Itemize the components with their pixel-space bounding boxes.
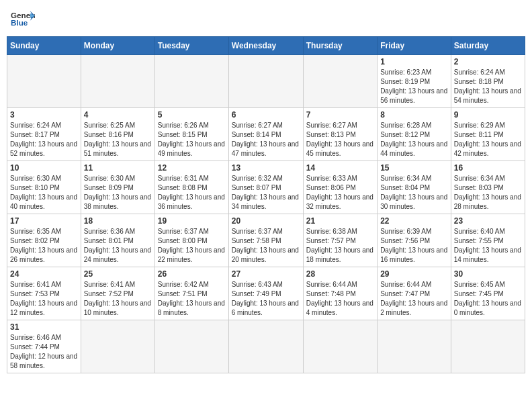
calendar-week-row: 24Sunrise: 6:41 AM Sunset: 7:53 PM Dayli… xyxy=(7,267,525,320)
calendar-cell: 14Sunrise: 6:33 AM Sunset: 8:06 PM Dayli… xyxy=(303,161,377,214)
calendar-cell xyxy=(81,320,154,373)
day-number: 26 xyxy=(158,269,226,279)
day-number: 31 xyxy=(10,322,78,332)
day-number: 4 xyxy=(84,110,152,120)
day-info: Sunrise: 6:37 AM Sunset: 8:00 PM Dayligh… xyxy=(158,227,226,265)
page-header: General Blue xyxy=(7,7,525,31)
day-info: Sunrise: 6:41 AM Sunset: 7:52 PM Dayligh… xyxy=(84,280,152,318)
calendar-table: SundayMondayTuesdayWednesdayThursdayFrid… xyxy=(7,36,525,373)
day-info: Sunrise: 6:44 AM Sunset: 7:47 PM Dayligh… xyxy=(380,280,448,318)
calendar-cell xyxy=(228,320,303,373)
day-info: Sunrise: 6:30 AM Sunset: 8:10 PM Dayligh… xyxy=(10,174,78,212)
calendar-cell xyxy=(378,320,451,373)
calendar-cell: 27Sunrise: 6:43 AM Sunset: 7:49 PM Dayli… xyxy=(228,267,303,320)
day-number: 18 xyxy=(84,216,152,226)
day-of-week-header: Thursday xyxy=(303,37,377,55)
calendar-week-row: 10Sunrise: 6:30 AM Sunset: 8:10 PM Dayli… xyxy=(7,161,525,214)
day-info: Sunrise: 6:37 AM Sunset: 7:58 PM Dayligh… xyxy=(232,227,300,265)
day-number: 12 xyxy=(158,163,226,173)
calendar-cell: 18Sunrise: 6:36 AM Sunset: 8:01 PM Dayli… xyxy=(81,214,154,267)
calendar-cell: 23Sunrise: 6:40 AM Sunset: 7:55 PM Dayli… xyxy=(451,214,525,267)
day-info: Sunrise: 6:43 AM Sunset: 7:49 PM Dayligh… xyxy=(232,280,300,318)
day-number: 28 xyxy=(306,269,374,279)
calendar-cell: 11Sunrise: 6:30 AM Sunset: 8:09 PM Dayli… xyxy=(81,161,154,214)
day-info: Sunrise: 6:27 AM Sunset: 8:14 PM Dayligh… xyxy=(232,121,300,158)
day-info: Sunrise: 6:32 AM Sunset: 8:07 PM Dayligh… xyxy=(232,174,300,212)
calendar-cell: 12Sunrise: 6:31 AM Sunset: 8:08 PM Dayli… xyxy=(154,161,228,214)
calendar-cell: 29Sunrise: 6:44 AM Sunset: 7:47 PM Dayli… xyxy=(378,267,451,320)
day-info: Sunrise: 6:31 AM Sunset: 8:08 PM Dayligh… xyxy=(158,174,226,212)
day-number: 6 xyxy=(232,110,300,120)
day-info: Sunrise: 6:42 AM Sunset: 7:51 PM Dayligh… xyxy=(158,280,226,318)
day-number: 22 xyxy=(380,216,448,226)
day-number: 17 xyxy=(10,216,78,226)
day-number: 7 xyxy=(306,110,374,120)
calendar-cell: 10Sunrise: 6:30 AM Sunset: 8:10 PM Dayli… xyxy=(7,161,81,214)
calendar-week-row: 17Sunrise: 6:35 AM Sunset: 8:02 PM Dayli… xyxy=(7,214,525,267)
calendar-cell xyxy=(154,55,228,108)
day-number: 29 xyxy=(380,269,448,279)
day-number: 24 xyxy=(10,269,78,279)
calendar-cell xyxy=(303,320,377,373)
calendar-cell: 4Sunrise: 6:25 AM Sunset: 8:16 PM Daylig… xyxy=(81,108,154,161)
day-info: Sunrise: 6:27 AM Sunset: 8:13 PM Dayligh… xyxy=(306,121,374,158)
calendar-cell: 25Sunrise: 6:41 AM Sunset: 7:52 PM Dayli… xyxy=(81,267,154,320)
calendar-header-row: SundayMondayTuesdayWednesdayThursdayFrid… xyxy=(7,37,525,55)
day-info: Sunrise: 6:40 AM Sunset: 7:55 PM Dayligh… xyxy=(454,227,522,265)
day-number: 15 xyxy=(380,163,448,173)
day-number: 8 xyxy=(380,110,448,120)
day-number: 14 xyxy=(306,163,374,173)
calendar-week-row: 3Sunrise: 6:24 AM Sunset: 8:17 PM Daylig… xyxy=(7,108,525,161)
calendar-cell xyxy=(154,320,228,373)
svg-text:Blue: Blue xyxy=(11,18,28,27)
calendar-cell: 3Sunrise: 6:24 AM Sunset: 8:17 PM Daylig… xyxy=(7,108,81,161)
calendar-cell: 22Sunrise: 6:39 AM Sunset: 7:56 PM Dayli… xyxy=(378,214,451,267)
day-number: 23 xyxy=(454,216,522,226)
logo-icon: General Blue xyxy=(11,9,35,28)
day-info: Sunrise: 6:44 AM Sunset: 7:48 PM Dayligh… xyxy=(306,280,374,318)
day-info: Sunrise: 6:28 AM Sunset: 8:12 PM Dayligh… xyxy=(380,121,448,158)
calendar-cell: 13Sunrise: 6:32 AM Sunset: 8:07 PM Dayli… xyxy=(228,161,303,214)
day-number: 27 xyxy=(232,269,300,279)
day-info: Sunrise: 6:29 AM Sunset: 8:11 PM Dayligh… xyxy=(454,121,522,158)
day-info: Sunrise: 6:36 AM Sunset: 8:01 PM Dayligh… xyxy=(84,227,152,265)
calendar-cell xyxy=(228,55,303,108)
day-info: Sunrise: 6:35 AM Sunset: 8:02 PM Dayligh… xyxy=(10,227,78,265)
day-of-week-header: Tuesday xyxy=(154,37,228,55)
day-info: Sunrise: 6:33 AM Sunset: 8:06 PM Dayligh… xyxy=(306,174,374,212)
day-info: Sunrise: 6:24 AM Sunset: 8:18 PM Dayligh… xyxy=(454,68,522,105)
day-info: Sunrise: 6:39 AM Sunset: 7:56 PM Dayligh… xyxy=(380,227,448,265)
day-of-week-header: Friday xyxy=(378,37,451,55)
calendar-cell: 26Sunrise: 6:42 AM Sunset: 7:51 PM Dayli… xyxy=(154,267,228,320)
calendar-cell: 30Sunrise: 6:45 AM Sunset: 7:45 PM Dayli… xyxy=(451,267,525,320)
day-info: Sunrise: 6:30 AM Sunset: 8:09 PM Dayligh… xyxy=(84,174,152,212)
day-of-week-header: Saturday xyxy=(451,37,525,55)
day-number: 25 xyxy=(84,269,152,279)
day-number: 5 xyxy=(158,110,226,120)
calendar-cell: 24Sunrise: 6:41 AM Sunset: 7:53 PM Dayli… xyxy=(7,267,81,320)
day-info: Sunrise: 6:34 AM Sunset: 8:04 PM Dayligh… xyxy=(380,174,448,212)
calendar-cell xyxy=(7,55,81,108)
calendar-cell: 16Sunrise: 6:34 AM Sunset: 8:03 PM Dayli… xyxy=(451,161,525,214)
calendar-cell: 20Sunrise: 6:37 AM Sunset: 7:58 PM Dayli… xyxy=(228,214,303,267)
day-number: 21 xyxy=(306,216,374,226)
calendar-week-row: 1Sunrise: 6:23 AM Sunset: 8:19 PM Daylig… xyxy=(7,55,525,108)
day-number: 10 xyxy=(10,163,78,173)
calendar-cell: 9Sunrise: 6:29 AM Sunset: 8:11 PM Daylig… xyxy=(451,108,525,161)
calendar-cell: 15Sunrise: 6:34 AM Sunset: 8:04 PM Dayli… xyxy=(378,161,451,214)
calendar-cell: 5Sunrise: 6:26 AM Sunset: 8:15 PM Daylig… xyxy=(154,108,228,161)
calendar-cell: 21Sunrise: 6:38 AM Sunset: 7:57 PM Dayli… xyxy=(303,214,377,267)
calendar-week-row: 31Sunrise: 6:46 AM Sunset: 7:44 PM Dayli… xyxy=(7,320,525,373)
calendar-cell: 2Sunrise: 6:24 AM Sunset: 8:18 PM Daylig… xyxy=(451,55,525,108)
day-number: 9 xyxy=(454,110,522,120)
day-number: 13 xyxy=(232,163,300,173)
day-number: 3 xyxy=(10,110,78,120)
day-info: Sunrise: 6:25 AM Sunset: 8:16 PM Dayligh… xyxy=(84,121,152,158)
calendar-cell xyxy=(81,55,154,108)
day-number: 16 xyxy=(454,163,522,173)
day-number: 19 xyxy=(158,216,226,226)
day-info: Sunrise: 6:46 AM Sunset: 7:44 PM Dayligh… xyxy=(10,333,78,371)
calendar-cell: 19Sunrise: 6:37 AM Sunset: 8:00 PM Dayli… xyxy=(154,214,228,267)
day-info: Sunrise: 6:34 AM Sunset: 8:03 PM Dayligh… xyxy=(454,174,522,212)
day-info: Sunrise: 6:26 AM Sunset: 8:15 PM Dayligh… xyxy=(158,121,226,158)
